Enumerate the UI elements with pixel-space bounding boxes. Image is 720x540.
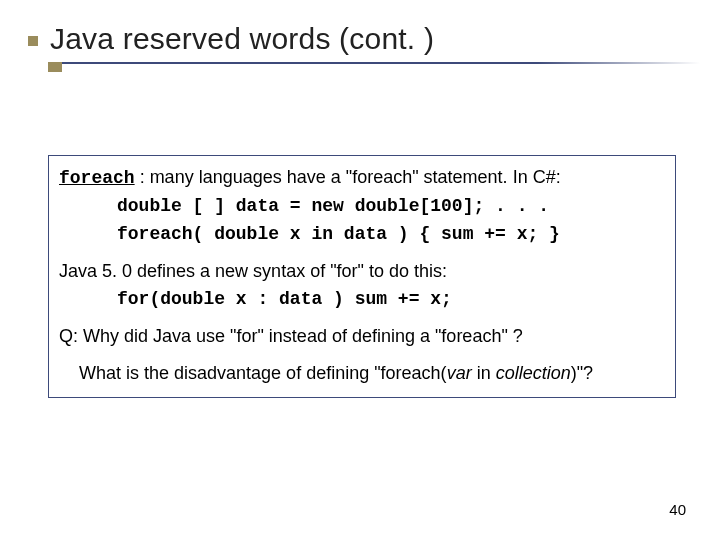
csharp-code-line1: double [ ] data = new double[100]; . . . <box>117 192 665 220</box>
title-accent-icon <box>48 62 62 72</box>
java5-intro-line: Java 5. 0 defines a new syntax of "for" … <box>59 258 665 285</box>
question-1: Q: Why did Java use "for" instead of def… <box>59 323 665 350</box>
content-box: foreach : many languages have a "foreach… <box>48 155 676 398</box>
title-bullet-icon <box>28 36 38 46</box>
slide-title-block: Java reserved words (cont. ) <box>28 22 700 56</box>
foreach-intro-line: foreach : many languages have a "foreach… <box>59 164 665 192</box>
java-for-code-line: for(double x : data ) sum += x; <box>117 285 665 313</box>
csharp-code-line2: foreach( double x in data ) { sum += x; … <box>117 220 665 248</box>
foreach-intro-text: : many languages have a "foreach" statem… <box>135 167 561 187</box>
page-number: 40 <box>669 501 686 518</box>
title-underline <box>48 62 700 64</box>
question-2: What is the disadvantage of defining "fo… <box>79 360 665 387</box>
slide-title: Java reserved words (cont. ) <box>50 22 700 56</box>
foreach-keyword: foreach <box>59 168 135 188</box>
